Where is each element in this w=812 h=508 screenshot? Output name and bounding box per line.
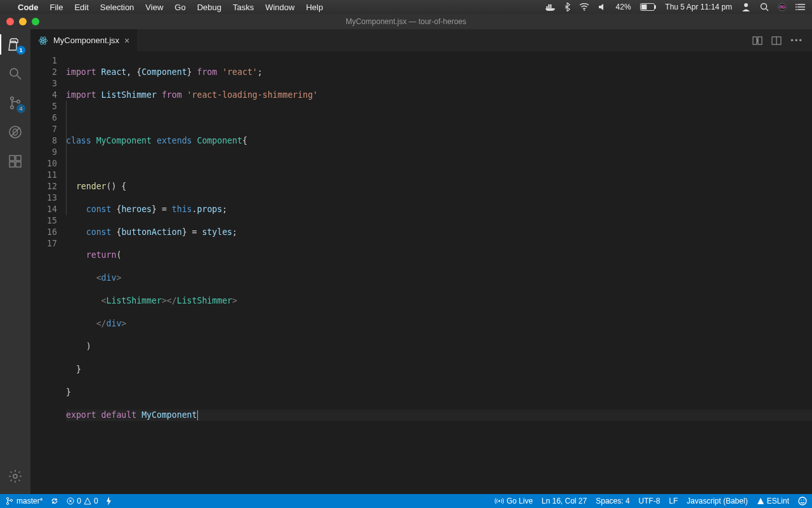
react-icon [38, 36, 48, 46]
tab-filename: MyComponent.jsx [53, 36, 119, 45]
code-content[interactable]: import React, {Component} from 'react'; … [66, 51, 812, 494]
status-golive[interactable]: Go Live [495, 497, 532, 505]
svg-point-40 [6, 497, 8, 499]
menu-debug[interactable]: Debug [197, 3, 221, 12]
svg-rect-37 [758, 37, 762, 44]
svg-rect-2 [550, 6, 552, 8]
tab-mycomponent[interactable]: MyComponent.jsx × [30, 29, 138, 51]
svg-point-10 [761, 4, 767, 10]
svg-rect-7 [655, 5, 656, 9]
siri-icon[interactable] [778, 3, 787, 11]
status-spaces[interactable]: Spaces: 4 [596, 497, 629, 505]
svg-point-46 [499, 500, 501, 502]
line-gutter: 1234567891011121314151617 [30, 51, 66, 494]
mac-menubar: Code File Edit Selection View Go Debug T… [0, 0, 812, 14]
svg-point-41 [6, 502, 8, 504]
svg-rect-29 [16, 162, 21, 167]
app-name[interactable]: Code [18, 3, 39, 12]
status-feedback-icon[interactable] [798, 497, 807, 505]
menu-list-icon[interactable] [796, 3, 806, 11]
status-bar: master* 0 0 Go Live Ln 16, Col 27 Spaces… [0, 494, 812, 508]
svg-rect-1 [548, 6, 550, 8]
text-cursor [197, 410, 198, 420]
explorer-badge: 1 [16, 46, 25, 55]
svg-point-32 [43, 39, 44, 41]
status-problems[interactable]: 0 0 [67, 497, 98, 505]
menu-help[interactable]: Help [306, 3, 323, 12]
menu-edit[interactable]: Edit [74, 3, 88, 12]
svg-point-16 [796, 4, 797, 5]
svg-point-9 [744, 3, 748, 7]
svg-rect-28 [10, 162, 15, 167]
svg-point-21 [11, 97, 14, 100]
status-eol[interactable]: LF [669, 497, 678, 505]
editor-tabs: MyComponent.jsx × ••• [30, 29, 812, 51]
menu-go[interactable]: Go [174, 3, 185, 12]
activity-scm[interactable]: 4 [6, 94, 24, 112]
scm-badge: 4 [16, 104, 25, 113]
wifi-icon[interactable] [579, 3, 589, 11]
svg-point-48 [801, 500, 802, 501]
window-minimize-button[interactable] [19, 18, 27, 25]
activity-explorer[interactable]: 1 [6, 36, 24, 53]
svg-point-17 [796, 6, 797, 8]
window-close-button[interactable] [6, 18, 14, 25]
status-sync[interactable] [50, 497, 59, 505]
svg-line-20 [17, 76, 21, 79]
activity-debug[interactable] [6, 123, 24, 141]
svg-rect-30 [16, 156, 21, 161]
status-cursor[interactable]: Ln 16, Col 27 [542, 497, 587, 505]
svg-rect-3 [548, 4, 550, 6]
bluetooth-icon[interactable] [565, 3, 570, 11]
compare-changes-icon[interactable] [752, 36, 763, 46]
editor-more-icon[interactable]: ••• [790, 36, 803, 45]
svg-point-31 [13, 474, 17, 478]
clock[interactable]: Thu 5 Apr 11:14 pm [665, 3, 732, 11]
status-language[interactable]: Javascript (Babel) [687, 497, 748, 505]
svg-rect-27 [10, 156, 15, 161]
activity-extensions[interactable] [6, 152, 24, 170]
svg-point-42 [10, 499, 12, 501]
status-live-icon[interactable] [106, 497, 112, 505]
spotlight-icon[interactable] [760, 3, 769, 11]
activity-search[interactable] [6, 65, 24, 83]
activity-bar: 1 4 [0, 29, 30, 494]
split-editor-icon[interactable] [771, 36, 782, 46]
svg-rect-4 [550, 4, 552, 6]
user-icon[interactable] [741, 3, 751, 11]
battery-percent: 42% [616, 3, 631, 11]
code-editor[interactable]: 1234567891011121314151617 import React, … [30, 51, 812, 494]
window-title: MyComponent.jsx — tour-of-heroes [346, 17, 466, 26]
window-zoom-button[interactable] [32, 18, 39, 25]
volume-icon[interactable] [598, 3, 607, 11]
menu-window[interactable]: Window [265, 3, 294, 12]
svg-point-5 [584, 10, 585, 11]
svg-rect-8 [641, 4, 647, 10]
svg-rect-0 [546, 6, 548, 8]
status-encoding[interactable]: UTF-8 [639, 497, 660, 505]
svg-rect-36 [753, 37, 757, 44]
svg-point-49 [803, 500, 804, 501]
svg-point-47 [799, 497, 806, 505]
svg-point-18 [796, 9, 797, 10]
menu-file[interactable]: File [50, 3, 63, 12]
editor-area: MyComponent.jsx × ••• 123456789101112131… [30, 29, 812, 494]
menu-tasks[interactable]: Tasks [233, 3, 254, 12]
menu-view[interactable]: View [145, 3, 163, 12]
svg-point-19 [10, 69, 18, 76]
svg-point-23 [17, 100, 20, 104]
svg-line-11 [766, 9, 768, 11]
activity-settings[interactable] [6, 467, 24, 485]
svg-point-22 [11, 106, 14, 109]
menu-selection[interactable]: Selection [100, 3, 134, 12]
status-eslint[interactable]: ESLint [757, 497, 789, 505]
window-titlebar: MyComponent.jsx — tour-of-heroes [0, 14, 812, 29]
tab-close-icon[interactable]: × [124, 36, 129, 46]
battery-icon[interactable] [640, 3, 657, 11]
docker-icon[interactable] [546, 3, 556, 11]
status-branch[interactable]: master* [5, 497, 43, 505]
